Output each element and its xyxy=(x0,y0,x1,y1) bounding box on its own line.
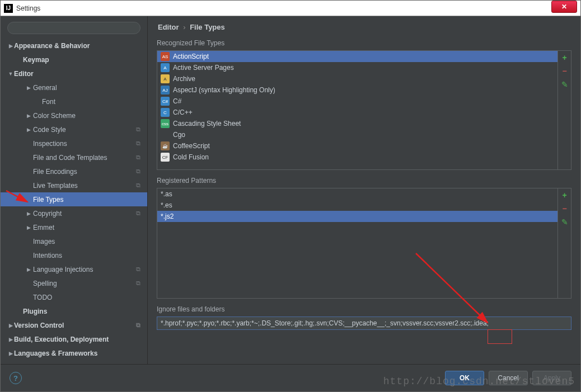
search-input[interactable] xyxy=(7,22,140,34)
breadcrumb-root: Editor xyxy=(158,23,179,31)
tree-item-file-and-code-templates[interactable]: File and Code Templates⧉ xyxy=(1,150,147,164)
scheme-icon: ⧉ xyxy=(136,322,140,329)
tree-item-label: Emmet xyxy=(33,224,54,232)
pattern-row[interactable]: *.es xyxy=(157,200,557,211)
patterns-list[interactable]: *.as*.es*.js2 xyxy=(157,188,557,298)
remove-filetype-button[interactable]: − xyxy=(560,67,569,75)
pattern-row[interactable]: *.js2 xyxy=(157,211,557,222)
scheme-icon: ⧉ xyxy=(136,210,140,217)
tree-item-label: Font xyxy=(42,98,55,106)
tree-item-code-style[interactable]: ▶Code Style⧉ xyxy=(1,122,147,136)
filetype-icon: AS xyxy=(161,52,170,61)
tree-item-label: Live Templates xyxy=(33,182,78,190)
filetype-label: ActionScript xyxy=(173,53,209,60)
tree-item-images[interactable]: Images xyxy=(1,234,147,248)
tree-item-build-execution-deployment[interactable]: ▶Build, Execution, Deployment xyxy=(1,332,147,346)
filetype-icon: C# xyxy=(161,97,170,106)
ignore-label: Ignore files and folders xyxy=(148,303,580,317)
tree-item-keymap[interactable]: Keymap xyxy=(1,53,147,67)
tree-item-label: Code Style xyxy=(33,126,66,134)
filetype-row[interactable]: C#C# xyxy=(157,96,557,107)
tree-item-label: Inspections xyxy=(33,140,67,148)
ignore-input[interactable] xyxy=(157,317,571,330)
tree-item-editor[interactable]: ▼Editor xyxy=(1,67,147,81)
tree-item-label: Copyright xyxy=(33,210,62,218)
add-pattern-button[interactable]: + xyxy=(560,191,569,200)
expand-arrow-icon: ▼ xyxy=(5,71,16,77)
tree-item-color-scheme[interactable]: ▶Color Scheme xyxy=(1,108,147,122)
filetype-row[interactable]: CC/C++ xyxy=(157,107,557,118)
settings-tree[interactable]: ▶Appearance & BehaviorKeymap▼Editor▶Gene… xyxy=(1,36,147,364)
tree-item-language-injections[interactable]: ▶Language Injections⧉ xyxy=(1,262,147,276)
edit-pattern-button[interactable]: ✎ xyxy=(560,218,569,226)
tree-item-label: File Types xyxy=(33,196,63,204)
tree-item-plugins[interactable]: Plugins xyxy=(1,304,147,318)
filetype-row[interactable]: AActive Server Pages xyxy=(157,62,557,73)
tree-item-todo[interactable]: TODO xyxy=(1,290,147,304)
filetype-label: Active Server Pages xyxy=(173,64,234,72)
tree-item-intentions[interactable]: Intentions xyxy=(1,248,147,262)
tree-item-inspections[interactable]: Inspections⧉ xyxy=(1,136,147,150)
expand-arrow-icon: ▶ xyxy=(23,211,34,216)
tree-item-label: General xyxy=(33,84,57,92)
filetype-row[interactable]: ASActionScript xyxy=(157,51,557,62)
pattern-row[interactable]: *.as xyxy=(157,188,557,200)
scheme-icon: ⧉ xyxy=(136,266,140,273)
tree-item-spelling[interactable]: Spelling⧉ xyxy=(1,276,147,290)
title-bar: IJ Settings ✕ xyxy=(1,1,580,16)
breadcrumb-sep: › xyxy=(183,23,185,31)
tree-item-general[interactable]: ▶General xyxy=(1,81,147,95)
tree-item-file-types[interactable]: File Types xyxy=(1,192,147,206)
tree-item-version-control[interactable]: ▶Version Control⧉ xyxy=(1,318,147,332)
pattern-label: *.es xyxy=(161,201,172,209)
recognized-label: Recognized File Types xyxy=(148,37,580,50)
tree-item-languages-frameworks[interactable]: ▶Languages & Frameworks xyxy=(1,346,147,360)
filetype-label: Cascading Style Sheet xyxy=(173,120,241,127)
tree-item-emmet[interactable]: ▶Emmet xyxy=(1,220,147,234)
recognized-list[interactable]: ASActionScriptAActive Server PagesAArchi… xyxy=(157,51,557,169)
scheme-icon: ⧉ xyxy=(136,126,140,133)
filetype-icon: css xyxy=(161,119,170,128)
expand-arrow-icon: ▶ xyxy=(23,225,34,230)
filetype-row[interactable]: AArchive xyxy=(157,73,557,84)
pattern-label: *.as xyxy=(161,190,172,198)
window-close-button[interactable]: ✕ xyxy=(551,1,577,13)
expand-arrow-icon: ▶ xyxy=(5,323,16,328)
tree-item-label: Spelling xyxy=(33,280,57,287)
tree-item-font[interactable]: Font xyxy=(1,95,147,108)
expand-arrow-icon: ▶ xyxy=(23,113,34,119)
expand-arrow-icon: ▶ xyxy=(23,85,34,91)
help-button[interactable]: ? xyxy=(10,372,22,384)
patterns-panel: *.as*.es*.js2 + − ✎ xyxy=(157,188,571,299)
patterns-label: Registered Patterns xyxy=(148,174,580,188)
tree-item-label: Version Control xyxy=(14,322,64,329)
tree-item-label: File Encodings xyxy=(33,168,77,176)
recognized-panel: ASActionScriptAActive Server PagesAArchi… xyxy=(157,50,571,170)
tree-item-copyright[interactable]: ▶Copyright⧉ xyxy=(1,206,147,220)
filetype-icon: AJ xyxy=(161,86,170,95)
filetype-row[interactable]: AJAspectJ (syntax Highlighting Only) xyxy=(157,84,557,96)
tree-item-label: Languages & Frameworks xyxy=(14,350,97,357)
tree-item-label: Editor xyxy=(14,70,34,78)
filetype-row[interactable]: CFCold Fusion xyxy=(157,152,557,163)
scheme-icon: ⧉ xyxy=(136,182,140,189)
expand-arrow-icon: ▶ xyxy=(5,337,16,342)
tree-item-label: Keymap xyxy=(23,56,49,64)
filetype-row[interactable]: cssCascading Style Sheet xyxy=(157,118,557,129)
tree-item-appearance-behavior[interactable]: ▶Appearance & Behavior xyxy=(1,39,147,53)
filetype-label: AspectJ (syntax Highlighting Only) xyxy=(173,86,275,94)
breadcrumb: Editor › File Types xyxy=(148,16,580,37)
filetype-label: CoffeeScript xyxy=(173,142,210,150)
remove-pattern-button[interactable]: − xyxy=(560,204,569,213)
tree-item-label: Language Injections xyxy=(33,266,93,273)
tree-item-live-templates[interactable]: Live Templates⧉ xyxy=(1,178,147,192)
filetype-label: C/C++ xyxy=(173,108,193,116)
scheme-icon: ⧉ xyxy=(136,168,140,175)
tree-item-label: File and Code Templates xyxy=(33,154,107,162)
edit-filetype-button[interactable]: ✎ xyxy=(560,80,569,89)
filetype-row[interactable]: ☕CoffeeScript xyxy=(157,140,557,152)
tree-item-file-encodings[interactable]: File Encodings⧉ xyxy=(1,164,147,178)
add-filetype-button[interactable]: + xyxy=(560,53,569,62)
tree-item-label: Appearance & Behavior xyxy=(14,42,90,50)
filetype-row[interactable]: Cgo xyxy=(157,129,557,140)
